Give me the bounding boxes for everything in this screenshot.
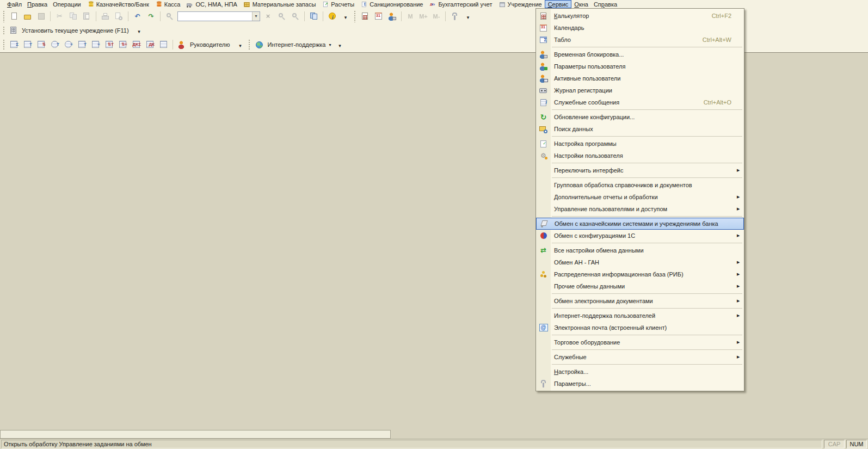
combo-dropdown-icon[interactable]: ▾ — [252, 12, 260, 21]
search-input[interactable] — [178, 13, 252, 20]
memory-add-button[interactable]: M+ — [417, 10, 429, 22]
service-menu-item-rib[interactable]: Распределенная информационная база (РИБ)… — [536, 268, 744, 280]
cut-button[interactable] — [53, 10, 66, 22]
service-menu-item-email-client[interactable]: Электронная почта (встроенный клиент) — [536, 322, 744, 334]
report-dk-sigma-button[interactable] — [130, 39, 143, 51]
temporary-lock-button[interactable] — [386, 10, 398, 22]
menubar-item-os-nma-npa[interactable]: ОС, НМА, НПА — [183, 0, 239, 8]
service-menu-item-calculator[interactable]: КалькуляторCtrl+F2 — [536, 10, 744, 22]
report-checkered-button[interactable] — [157, 39, 170, 51]
toolbar-grip[interactable] — [353, 10, 357, 22]
toolbar-grip[interactable] — [2, 10, 6, 22]
calendar-button[interactable] — [372, 10, 385, 22]
report-doc-arrows-list-button[interactable] — [116, 39, 129, 51]
clear-search-button[interactable] — [262, 10, 274, 22]
new-document-button[interactable] — [8, 10, 20, 22]
copy-fragment-button[interactable] — [307, 10, 320, 22]
service-menu-item-internet-support-users[interactable]: Интернет-поддержка пользователей▶ — [536, 310, 744, 322]
service-menu-item-exchange-1c[interactable]: Обмен с конфигурациями 1С▶ — [536, 230, 744, 242]
service-menu-item-an-gan-exchange[interactable]: Обмен АН - ГАН▶ — [536, 256, 744, 268]
menu-item-icon-slot — [536, 231, 551, 240]
redo-button[interactable] — [145, 10, 157, 22]
menubar-item-service[interactable]: Сервис — [545, 0, 572, 8]
report-doc-t-button[interactable] — [76, 39, 88, 51]
service-menu-item-calendar[interactable]: Календарь — [536, 22, 744, 34]
service-menu-item-user-settings[interactable]: Настройки пользователя — [536, 150, 744, 162]
menubar-item-treasury-bank[interactable]: Казначейство/Банк — [84, 0, 152, 8]
report-doc-list-button[interactable] — [89, 39, 102, 51]
menubar-item-windows[interactable]: Окна — [571, 0, 591, 8]
calculator-button[interactable] — [359, 10, 371, 22]
service-menu-item-configuration-update[interactable]: Обновление конфигурации... — [536, 111, 744, 123]
service-menu-item-parameters[interactable]: Параметры... — [536, 378, 744, 390]
save-icon — [36, 12, 46, 21]
parameters-dropdown-button[interactable] — [462, 10, 474, 22]
menu-item-label: Обмен с казначейскими системами и учрежд… — [551, 220, 736, 227]
service-menu-item-service-tools[interactable]: Служебные▶ — [536, 351, 744, 363]
service-menu-item-registration-journal[interactable]: Журнал регистрации — [536, 84, 744, 96]
service-menu-item-temporary-lock[interactable]: Временная блокировка... — [536, 48, 744, 60]
service-menu-item-customize[interactable]: Настройка... — [536, 366, 744, 378]
service-menu-item-program-settings[interactable]: Настройка программы — [536, 138, 744, 150]
print-button[interactable] — [99, 10, 112, 22]
menubar-item-file[interactable]: Файл — [4, 0, 24, 8]
search-combobox[interactable]: ▾ — [177, 11, 260, 21]
undo-button[interactable] — [131, 10, 144, 22]
memory-subtract-button[interactable]: M- — [430, 10, 442, 22]
service-menu-item-other-exchanges[interactable]: Прочие обмены данными▶ — [536, 280, 744, 292]
menubar-item-calculations[interactable]: Расчеты — [318, 0, 357, 8]
find-button[interactable] — [163, 10, 176, 22]
info-dropdown-button[interactable] — [340, 10, 352, 22]
internet-support-dropdown-button[interactable] — [334, 39, 346, 51]
service-menu-item-additional-reports[interactable]: Дополнительные отчеты и обработки▶ — [536, 191, 744, 203]
service-menu-item-active-users[interactable]: Активные пользователи — [536, 72, 744, 84]
find-previous-button[interactable] — [289, 10, 301, 22]
manager-dropdown-button[interactable] — [234, 39, 246, 51]
save-button[interactable] — [35, 10, 47, 22]
set-current-institution-dropdown-button[interactable] — [133, 24, 145, 36]
report-magnifier-t-button[interactable] — [48, 39, 61, 51]
menubar-item-operations[interactable]: Операции — [50, 0, 83, 8]
open-button[interactable] — [21, 10, 34, 22]
menubar-item-sanctioning[interactable]: Санкционирование — [357, 0, 426, 8]
report-doc-arrows-t-button[interactable] — [103, 39, 115, 51]
report-table-t-button[interactable] — [21, 39, 34, 51]
menubar-item-institution[interactable]: Учреждение — [495, 0, 545, 8]
service-menu-item-group-processing[interactable]: Групповая обработка справочников и докум… — [536, 179, 744, 191]
menubar-item-edit[interactable]: Правка — [24, 0, 50, 8]
report-sigma-table-button[interactable] — [8, 39, 20, 51]
copy-button[interactable] — [67, 10, 79, 22]
service-menu-item-switch-interface[interactable]: Переключить интерфейс▶ — [536, 164, 744, 176]
manager-button[interactable]: Руководителю — [176, 39, 233, 51]
service-menu-item-treasury-exchange[interactable]: Обмен с казначейскими системами и учрежд… — [536, 218, 744, 230]
user-params-icon — [539, 62, 548, 71]
service-menu-item-all-exchange-settings[interactable]: Все настройки обмена данными — [536, 244, 744, 256]
set-current-institution-button[interactable]: Установить текущее учреждение (F11) — [8, 24, 132, 36]
menu-item-label: Поиск данных — [551, 126, 737, 132]
menubar-item-help[interactable]: Справка — [591, 0, 620, 8]
service-menu-item-tableau[interactable]: ТаблоCtrl+Alt+W — [536, 34, 744, 46]
open-folder-icon — [23, 12, 32, 21]
memory-recall-button[interactable]: M — [404, 10, 416, 22]
paste-button[interactable] — [81, 10, 93, 22]
service-menu-item-trade-equipment[interactable]: Торговое оборудование▶ — [536, 336, 744, 348]
toolbar-grip[interactable] — [2, 26, 6, 35]
internet-support-button[interactable]: Интернет-поддержка▾ — [253, 39, 333, 51]
info-button[interactable] — [326, 10, 338, 22]
service-menu-item-edocs-exchange[interactable]: Обмен электронными документами▶ — [536, 295, 744, 307]
toolbar-grip[interactable] — [2, 39, 6, 51]
service-menu-item-user-access-management[interactable]: Управление пользователями и доступом▶ — [536, 203, 744, 215]
parameters-button[interactable] — [448, 10, 461, 22]
service-menu-item-data-search[interactable]: Поиск данных — [536, 123, 744, 135]
toolbar-grip[interactable] — [248, 39, 251, 51]
report-doc-arrows-button[interactable] — [35, 39, 47, 51]
menubar-item-materials[interactable]: Материальные запасы — [240, 0, 319, 8]
service-menu-item-user-parameters[interactable]: Параметры пользователя — [536, 60, 744, 72]
service-menu-item-service-messages[interactable]: Служебные сообщенияCtrl+Alt+O — [536, 96, 744, 108]
menubar-item-accounting[interactable]: Бухгалтерский учет — [426, 0, 495, 8]
print-preview-button[interactable] — [113, 10, 125, 22]
menubar-item-cash[interactable]: Касса — [152, 0, 183, 8]
report-magnifier-list-button[interactable] — [62, 39, 75, 51]
report-dk-doc-button[interactable] — [144, 39, 156, 51]
find-next-button[interactable] — [275, 10, 288, 22]
